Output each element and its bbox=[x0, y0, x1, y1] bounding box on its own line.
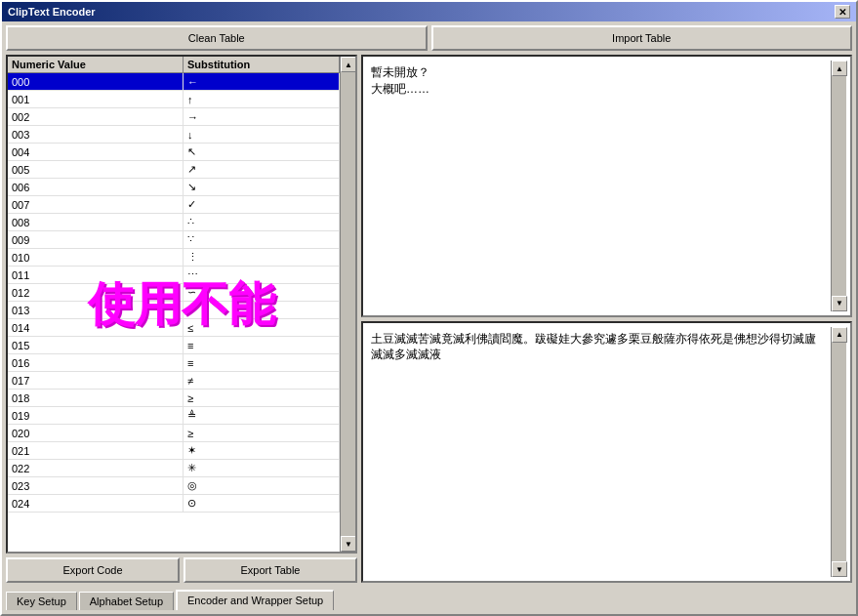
top-right-scrollbar[interactable]: ▲ ▼ bbox=[831, 61, 846, 311]
cell-numeric: 003 bbox=[8, 126, 184, 143]
table-row[interactable]: 022✳ bbox=[8, 460, 340, 477]
bottom-scrollbar-up[interactable]: ▲ bbox=[832, 327, 847, 343]
cell-sub: ≤ bbox=[184, 319, 340, 336]
scrollbar-down-btn[interactable]: ▼ bbox=[341, 536, 356, 552]
cell-sub: → bbox=[184, 108, 340, 125]
bottom-scrollbar-thumb[interactable] bbox=[832, 343, 846, 562]
cell-sub: ↑ bbox=[184, 91, 340, 107]
table-row[interactable]: 017≠ bbox=[8, 372, 340, 390]
tab-encoder-and-wrapper-setup[interactable]: Encoder and Wrapper Setup bbox=[176, 590, 334, 610]
cell-sub: ✶ bbox=[184, 442, 340, 459]
cell-numeric: 008 bbox=[8, 214, 184, 230]
import-table-button[interactable]: Import Table bbox=[431, 25, 853, 51]
cell-sub: ↗ bbox=[184, 161, 340, 178]
cell-sub: ≜ bbox=[184, 407, 340, 424]
cell-numeric: 020 bbox=[8, 425, 184, 441]
table-row[interactable]: 011⋯ bbox=[8, 267, 340, 284]
cell-sub: ← bbox=[184, 73, 340, 90]
table-row[interactable]: 024⊙ bbox=[8, 495, 340, 513]
table-row[interactable]: 006↘ bbox=[8, 179, 340, 196]
close-button[interactable]: ✕ bbox=[835, 5, 850, 19]
cell-numeric: 005 bbox=[8, 161, 184, 178]
cell-sub: ⋮ bbox=[184, 249, 340, 266]
cell-numeric: 015 bbox=[8, 337, 184, 353]
bottom-button-bar: Export Code Export Table bbox=[6, 557, 357, 583]
bottom-right-scrollbar[interactable]: ▲ ▼ bbox=[831, 327, 846, 578]
main-window: ClipText Encoder ✕ Clean Table Import Ta… bbox=[0, 0, 858, 616]
cell-sub: ↖ bbox=[184, 144, 340, 160]
cell-sub: ✓ bbox=[184, 196, 340, 213]
cell-sub: ⋯ bbox=[184, 267, 340, 283]
table-row[interactable]: 015≡ bbox=[8, 337, 340, 354]
table-row[interactable]: 009∵ bbox=[8, 231, 340, 249]
table-header: Numeric Value Substitution bbox=[8, 57, 340, 73]
cell-numeric: 019 bbox=[8, 407, 184, 424]
table-row[interactable]: 013≈ bbox=[8, 302, 340, 319]
cell-numeric: 022 bbox=[8, 460, 184, 476]
table-row[interactable]: 005↗ bbox=[8, 161, 340, 179]
bottom-scrollbar-down[interactable]: ▼ bbox=[832, 561, 847, 577]
table-row[interactable]: 002→ bbox=[8, 108, 340, 126]
cell-numeric: 006 bbox=[8, 179, 184, 195]
cell-numeric: 001 bbox=[8, 91, 184, 107]
cell-numeric: 016 bbox=[8, 354, 184, 371]
table-row[interactable]: 003↓ bbox=[8, 126, 340, 144]
cell-sub: ≡ bbox=[184, 337, 340, 353]
table-row[interactable]: 012∽ bbox=[8, 284, 340, 302]
scrollbar-thumb[interactable] bbox=[341, 72, 355, 536]
cell-numeric: 018 bbox=[8, 390, 184, 406]
right-panel: 暫未開放？ 大概吧…… ▲ ▼ 土豆滅滅苦滅竟滅利佛讀閻魔。跋礙娃大參究 bbox=[361, 55, 852, 583]
window-title: ClipText Encoder bbox=[8, 6, 96, 18]
cell-numeric: 013 bbox=[8, 302, 184, 318]
top-scrollbar-thumb[interactable] bbox=[832, 76, 846, 296]
table-row[interactable]: 014≤ bbox=[8, 319, 340, 337]
clean-table-button[interactable]: Clean Table bbox=[6, 25, 428, 51]
cell-numeric: 012 bbox=[8, 284, 184, 301]
cell-numeric: 002 bbox=[8, 108, 184, 125]
tab-key-setup[interactable]: Key Setup bbox=[6, 592, 77, 610]
cell-sub: ≡ bbox=[184, 354, 340, 371]
title-bar: ClipText Encoder ✕ bbox=[2, 2, 856, 21]
cell-sub: ∽ bbox=[184, 284, 340, 301]
tab-alphabet-setup[interactable]: Alphabet Setup bbox=[79, 592, 174, 610]
table-row[interactable]: 000← bbox=[8, 73, 340, 91]
table-row[interactable]: 004↖ bbox=[8, 144, 340, 161]
main-area: Numeric Value Substitution 000←001↑002→0… bbox=[6, 55, 852, 583]
table-scroll[interactable]: 000←001↑002→003↓004↖005↗006↘007✓008∴009∵… bbox=[8, 73, 340, 547]
cell-sub: ≥ bbox=[184, 425, 340, 441]
left-panel: Numeric Value Substitution 000←001↑002→0… bbox=[6, 55, 357, 583]
table-row[interactable]: 019≜ bbox=[8, 407, 340, 425]
table-row[interactable]: 016≡ bbox=[8, 354, 340, 372]
cell-sub: ↓ bbox=[184, 126, 340, 143]
cell-numeric: 000 bbox=[8, 73, 184, 90]
bottom-text-content: 土豆滅滅苦滅竟滅利佛讀閻魔。跋礙娃大參究遽多栗豆般薩亦得依死是佛想沙得切滅廬滅滅… bbox=[367, 327, 831, 578]
cell-sub: ✳ bbox=[184, 460, 340, 476]
top-line2: 大概吧…… bbox=[371, 81, 827, 98]
col-header-sub: Substitution bbox=[184, 57, 340, 72]
cell-numeric: 017 bbox=[8, 372, 184, 389]
cell-sub: ∵ bbox=[184, 231, 340, 248]
export-table-button[interactable]: Export Table bbox=[184, 557, 357, 583]
table-row[interactable]: 001↑ bbox=[8, 91, 340, 108]
table-row[interactable]: 010⋮ bbox=[8, 249, 340, 267]
table-scrollbar[interactable]: ▲ ▼ bbox=[340, 57, 355, 552]
text-top-area: 暫未開放？ 大概吧…… ▲ ▼ bbox=[361, 55, 852, 317]
table-row[interactable]: 021✶ bbox=[8, 442, 340, 460]
table-row[interactable]: 008∴ bbox=[8, 214, 340, 231]
top-scrollbar-up[interactable]: ▲ bbox=[832, 61, 847, 76]
table-with-scroll: Numeric Value Substitution 000←001↑002→0… bbox=[8, 57, 355, 552]
cell-sub: ≠ bbox=[184, 372, 340, 389]
table-row[interactable]: 020≥ bbox=[8, 425, 340, 442]
tabs-bar: Key SetupAlphabet SetupEncoder and Wrapp… bbox=[6, 587, 852, 610]
text-bottom-area: 土豆滅滅苦滅竟滅利佛讀閻魔。跋礙娃大參究遽多栗豆般薩亦得依死是佛想沙得切滅廬滅滅… bbox=[361, 321, 852, 584]
scrollbar-up-btn[interactable]: ▲ bbox=[341, 57, 356, 72]
cell-numeric: 010 bbox=[8, 249, 184, 266]
table-inner: Numeric Value Substitution 000←001↑002→0… bbox=[8, 57, 340, 552]
top-line1: 暫未開放？ bbox=[371, 64, 827, 81]
table-row[interactable]: 023◎ bbox=[8, 477, 340, 495]
table-row[interactable]: 007✓ bbox=[8, 196, 340, 214]
table-row[interactable]: 018≥ bbox=[8, 390, 340, 407]
export-code-button[interactable]: Export Code bbox=[6, 557, 180, 583]
cell-sub: ↘ bbox=[184, 179, 340, 195]
top-scrollbar-down[interactable]: ▼ bbox=[832, 296, 847, 311]
